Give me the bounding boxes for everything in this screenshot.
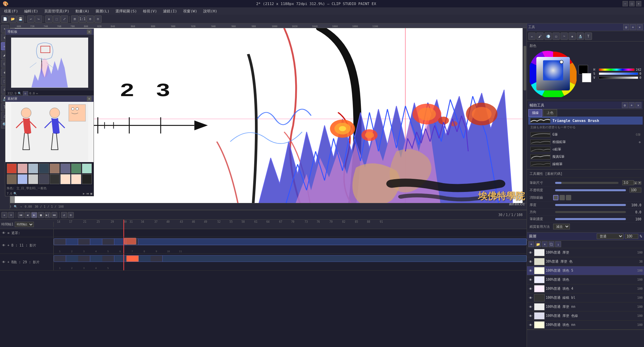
zoom-fit-button[interactable]: ⊞ bbox=[71, 15, 78, 23]
zoom-100-button[interactable]: 1:1 bbox=[79, 15, 86, 23]
menu-edit[interactable]: 編輯(E) bbox=[21, 8, 41, 14]
brush-size-input[interactable] bbox=[622, 180, 634, 185]
direction-slider[interactable] bbox=[555, 211, 626, 213]
menu-file[interactable]: 檔案(F) bbox=[1, 8, 21, 14]
ref-thumb-9[interactable] bbox=[7, 174, 17, 184]
palette-brush[interactable]: 🖌 bbox=[536, 32, 544, 40]
duplicate-layer-button[interactable]: ⿻ bbox=[548, 241, 554, 247]
tl-play-button[interactable]: ▶ bbox=[31, 212, 37, 218]
menu-filter[interactable]: 濾鏡(I) bbox=[160, 8, 180, 14]
palette-eyedrop[interactable]: 🔬 bbox=[577, 32, 584, 40]
preview-close-button[interactable]: × bbox=[87, 29, 92, 34]
tl-delete-button[interactable]: × bbox=[8, 212, 14, 218]
add-folder-button[interactable]: 📁 bbox=[535, 241, 541, 247]
anti-alias-weak[interactable] bbox=[559, 195, 565, 200]
zoom-out-button[interactable]: ⊖ bbox=[94, 15, 102, 23]
ref-controls[interactable]: 🔍 bbox=[13, 192, 17, 195]
add-layer-button[interactable]: + bbox=[528, 241, 534, 247]
brush-item-linepen[interactable]: 線稿筆 bbox=[528, 160, 643, 168]
preview-zoom-controls[interactable]: 🔍 bbox=[18, 92, 21, 95]
tl-loop-button[interactable]: ↺ bbox=[61, 212, 67, 218]
layer-eye-5[interactable]: 👁 bbox=[528, 286, 533, 291]
brush-settings-button[interactable]: ⚙ bbox=[622, 102, 628, 108]
rp-btn-3[interactable]: × bbox=[637, 24, 643, 30]
triangle-canvas-brush-item[interactable]: Triangle Canvas Brush bbox=[528, 117, 643, 125]
layer-blend-select[interactable]: 普通 乘算 スクリーン bbox=[597, 233, 624, 239]
layer-row-3[interactable]: 👁 100%普通 填色 5 100 bbox=[527, 266, 644, 275]
b11-track-content[interactable]: 1 2 3 4 5 6 7 8 9 10 11 bbox=[54, 237, 527, 254]
tl-settings-button[interactable]: ⚙ bbox=[68, 212, 74, 218]
layer-eye-2[interactable]: 👁 bbox=[528, 259, 533, 264]
palette-blur[interactable]: ~ bbox=[560, 32, 568, 40]
b11-eye[interactable]: 👁 bbox=[1, 243, 6, 248]
mask-eye[interactable]: 👁 bbox=[1, 231, 6, 235]
v-slider[interactable] bbox=[599, 76, 638, 79]
menu-window[interactable]: 視窗(W) bbox=[180, 8, 200, 14]
mask-track-content[interactable] bbox=[54, 229, 527, 237]
ref-thumb-8[interactable] bbox=[82, 163, 92, 174]
ref-thumb-face-2[interactable] bbox=[71, 174, 81, 184]
palette-fill[interactable]: ◈ bbox=[569, 32, 576, 40]
close-button[interactable]: × bbox=[636, 1, 641, 6]
menu-layer[interactable]: 圖層(L) bbox=[93, 8, 112, 14]
layer-eye-7[interactable]: 👁 bbox=[528, 304, 533, 309]
color-wheel[interactable] bbox=[530, 50, 577, 97]
brush-item-sketch-pencil[interactable]: 粉描鉛筆 ◇ bbox=[528, 138, 643, 146]
paper-texture-select[interactable]: 減去 加算 乘算 bbox=[553, 224, 570, 229]
brush-tab-color[interactable]: 上色 bbox=[543, 109, 557, 117]
layer-eye-4[interactable]: 👁 bbox=[528, 277, 533, 282]
palette-eraser[interactable]: ◻ bbox=[552, 32, 560, 40]
ref-thumb-black[interactable] bbox=[82, 174, 92, 184]
ref-thumb-3[interactable] bbox=[28, 163, 38, 174]
menu-view[interactable]: 檢視(V) bbox=[140, 8, 160, 14]
anti-alias-none[interactable] bbox=[553, 195, 558, 200]
ref-thumb-10[interactable] bbox=[17, 174, 28, 184]
move-tool-button[interactable]: ✥ bbox=[45, 15, 53, 23]
preview-nav-icon[interactable]: ↔ bbox=[36, 92, 38, 95]
brush-delete-button[interactable]: × bbox=[635, 102, 641, 108]
layer-row-4[interactable]: 👁 100%普通 填色 100 bbox=[527, 275, 644, 284]
layer-row-9[interactable]: 👁 100%普通 填色 nn 100 bbox=[527, 321, 644, 330]
bg-swatch[interactable] bbox=[582, 73, 591, 82]
tl-stop-button[interactable]: ■ bbox=[38, 212, 44, 218]
ref-thumb-13[interactable] bbox=[50, 174, 60, 184]
layer-eye-8[interactable]: 👁 bbox=[528, 314, 533, 318]
tl-prev-button[interactable]: ◀ bbox=[24, 212, 31, 218]
palette-airbrush[interactable]: 💨 bbox=[544, 32, 552, 40]
ref-thumb-11[interactable] bbox=[28, 174, 38, 184]
save-button[interactable]: 💾 bbox=[17, 15, 24, 23]
menu-select[interactable]: 選擇範圍(S) bbox=[113, 8, 140, 14]
h-slider[interactable] bbox=[599, 68, 635, 71]
vertical-scrollbar[interactable] bbox=[523, 28, 527, 206]
brush-item-gpen[interactable]: G筆 G筆 bbox=[528, 131, 643, 138]
ref-play-controls[interactable]: ▶ bbox=[83, 192, 85, 195]
brush-item-realistic-gpen[interactable]: 擬真G筆 bbox=[528, 153, 643, 160]
undo-button[interactable]: ↩ bbox=[27, 15, 35, 23]
brush-size-slider[interactable] bbox=[555, 182, 619, 184]
layer-row-7[interactable]: 👁 100%普通 厚塗 nn 100 bbox=[527, 302, 644, 311]
opacity-slider[interactable] bbox=[555, 189, 626, 191]
brush-add-button[interactable]: + bbox=[629, 102, 635, 108]
ref-anim-controls[interactable]: ⏮ bbox=[86, 192, 89, 195]
layer-row-6[interactable]: 👁 100%普通 線稿 bl 100 bbox=[527, 293, 644, 302]
anti-alias-strong[interactable] bbox=[566, 195, 571, 200]
layer-row-8[interactable]: 👁 100%普通 厚塗 色線 100 bbox=[527, 311, 644, 321]
preview-fit-button[interactable]: ⊞ bbox=[23, 91, 28, 96]
layer-eye-1[interactable]: 👁 bbox=[528, 250, 533, 255]
palette-pen[interactable]: ✏ bbox=[528, 32, 536, 40]
tl-last-button[interactable]: ⏭ bbox=[51, 212, 57, 218]
zoom-in-button[interactable]: ⊕ bbox=[87, 15, 94, 23]
minimize-button[interactable]: — bbox=[623, 1, 628, 6]
brush-item-pencil[interactable]: ◇鉛筆 bbox=[528, 146, 643, 153]
brun-eye[interactable]: 👁 bbox=[1, 260, 6, 265]
rp-btn-1[interactable]: ⚙ bbox=[623, 24, 629, 30]
layer-row-2[interactable]: 👁 38%普通 厚塗 色 38 bbox=[527, 257, 644, 266]
palette-text[interactable]: T bbox=[585, 32, 592, 40]
menu-animation[interactable]: 動畫(A) bbox=[73, 8, 92, 14]
menu-page[interactable]: 頁面管理員(P) bbox=[42, 8, 72, 14]
ref-thumb-6[interactable] bbox=[60, 163, 70, 174]
tl-new-frame-button[interactable]: + bbox=[1, 212, 7, 218]
new-file-button[interactable]: 📄 bbox=[1, 15, 9, 23]
select-tool-button[interactable]: ⬚ bbox=[53, 15, 60, 23]
ref-thumb-2[interactable] bbox=[17, 163, 28, 174]
